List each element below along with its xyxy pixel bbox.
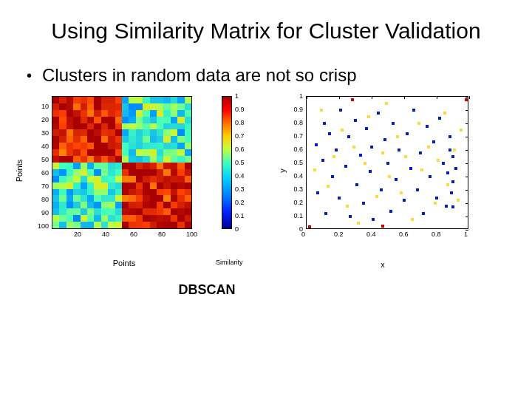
scatter-chart: y 10.90.80.70.60.50.40.30.20.10 00.20.40… (287, 93, 479, 248)
colorbar-tick: 0.3 (235, 185, 245, 193)
scatter-point (365, 127, 368, 130)
scatter-point (327, 185, 330, 188)
colorbar-tick: 1 (235, 92, 239, 100)
scatter-point (419, 151, 422, 154)
scatter-point (412, 109, 415, 112)
heatmap-grid (52, 96, 192, 229)
scatter-point (432, 140, 435, 143)
scatter-point (313, 168, 316, 171)
scatter-point (451, 180, 454, 183)
scatter-point (328, 132, 331, 135)
scatter-point (354, 119, 357, 122)
scatter-point (381, 225, 384, 228)
heatmap-xtick: 40 (102, 231, 109, 238)
scatter-point (349, 215, 352, 218)
bullet-dot: • (27, 65, 32, 86)
scatter-point (422, 212, 425, 215)
heatmap-ytick: 40 (41, 143, 49, 150)
slide-title: Using Similarity Matrix for Cluster Vali… (0, 0, 532, 44)
scatter-point (324, 212, 327, 215)
scatter-xtick: 0 (301, 231, 305, 238)
scatter-point (338, 197, 341, 200)
heatmap-ytick: 60 (41, 169, 49, 177)
scatter-xtick: 1 (464, 231, 468, 238)
heatmap-chart: Points 102030405060708090100 20406080100… (35, 93, 213, 248)
scatter-point (385, 102, 388, 105)
scatter-point (308, 225, 311, 228)
scatter-point (367, 115, 370, 118)
scatter-xtick: 0.6 (399, 231, 409, 238)
scatter-point (434, 202, 437, 205)
colorbar-tick: 0.4 (235, 172, 245, 180)
colorbar-tick: 0 (235, 225, 239, 233)
heatmap-ytick: 30 (41, 129, 49, 137)
scatter-point (449, 135, 451, 138)
scatter-point (357, 222, 360, 225)
scatter-point (316, 191, 319, 194)
bullet-item: • Clusters in random data are not so cri… (0, 65, 532, 86)
scatter-ytick: 0.1 (293, 212, 303, 219)
heatmap-xtick: 60 (130, 231, 137, 238)
scatter-point (450, 191, 453, 194)
figure-caption: DBSCAN (0, 282, 532, 298)
scatter-ytick: 0.3 (293, 185, 303, 193)
scatter-point (453, 149, 456, 151)
bullet-text: Clusters in random data are not so crisp (42, 65, 357, 86)
scatter-point (451, 205, 454, 208)
scatter-point (335, 149, 338, 151)
scatter-ytick: 0.5 (293, 159, 303, 166)
scatter-point (443, 112, 446, 115)
scatter-xtick: 0.4 (366, 231, 376, 238)
scatter-point (438, 117, 441, 120)
scatter-point (403, 199, 406, 202)
scatter-ytick: 0.2 (293, 199, 303, 206)
scatter-point (344, 165, 347, 168)
heatmap-xtick: 100 (186, 231, 197, 238)
colorbar-tick: 0.5 (235, 159, 245, 166)
scatter-point (446, 183, 449, 186)
scatter-frame (306, 96, 468, 229)
scatter-point (369, 170, 372, 173)
colorbar-tick: 0.1 (235, 212, 245, 219)
scatter-point (398, 149, 400, 151)
scatter-ylabel: y (278, 168, 287, 173)
heatmap-ytick: 90 (41, 209, 49, 216)
scatter-point (320, 109, 323, 112)
scatter-point (395, 178, 398, 181)
scatter-point (417, 122, 420, 125)
scatter-point (457, 199, 460, 202)
scatter-point (392, 122, 395, 125)
heatmap-ytick: 10 (41, 103, 49, 110)
colorbar-tick: 0.6 (235, 146, 245, 153)
scatter-point (347, 135, 350, 138)
scatter-point (321, 159, 324, 162)
scatter-point (416, 188, 419, 191)
scatter-point (339, 109, 342, 112)
scatter-point (460, 129, 463, 132)
colorbar-label: Similarity (216, 259, 243, 266)
scatter-point (454, 167, 457, 170)
scatter-point (406, 132, 409, 135)
colorbar-gradient (222, 96, 232, 229)
scatter-ytick: 0.6 (293, 146, 303, 153)
scatter-point (364, 162, 366, 165)
colorbar-tick: 0.2 (235, 199, 245, 206)
colorbar: 10.90.80.70.60.50.40.30.20.10 Similarity (217, 93, 250, 248)
scatter-xtick: 0.8 (432, 231, 441, 238)
scatter-point (372, 218, 375, 221)
scatter-xlabel: x (381, 260, 385, 269)
scatter-ytick: 0.7 (293, 132, 303, 140)
heatmap-ylabel: Points (15, 160, 24, 183)
colorbar-tick: 0.8 (235, 119, 245, 126)
scatter-point (429, 175, 432, 178)
scatter-point (437, 159, 440, 162)
scatter-point (389, 210, 392, 213)
scatter-point (381, 151, 384, 154)
scatter-point (351, 98, 354, 101)
scatter-point (465, 98, 468, 101)
heatmap-ytick: 70 (41, 183, 49, 190)
scatter-point (315, 143, 318, 146)
scatter-point (409, 167, 412, 170)
scatter-point (341, 129, 344, 132)
scatter-ytick: 0.9 (293, 106, 303, 113)
